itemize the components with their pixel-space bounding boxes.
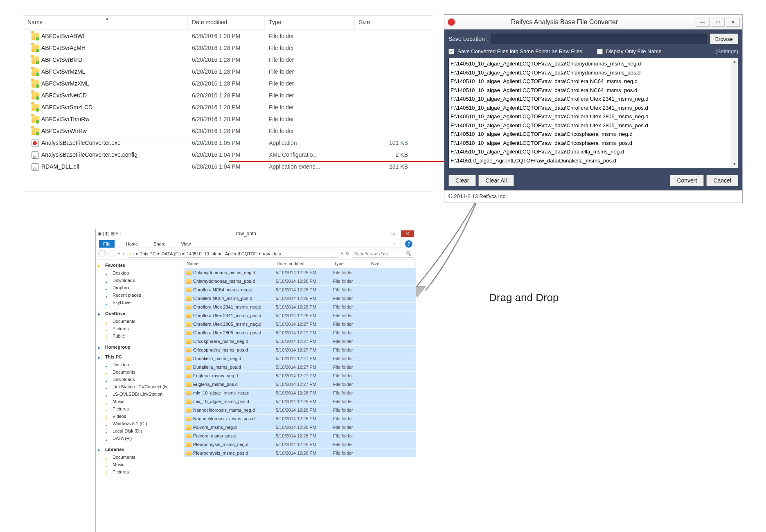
crumb-part[interactable]: 140510_10_algae_AgilentLCQTOF	[187, 251, 257, 256]
sidebar-item[interactable]: ▪Documents	[106, 453, 181, 461]
explorer-row[interactable]: Dunaliella_msms_pos.d 5/10/2014 12:27 PM…	[184, 363, 416, 372]
file-row[interactable]: ABFCvtSvrThmRw 6/20/2016 1:28 PM File fo…	[23, 113, 433, 125]
explorer-row[interactable]: Palvora_msms_pos.d 5/10/2014 12:28 PM Fi…	[184, 432, 416, 440]
file-row[interactable]: ABFCvtSvrBkrD 6/20/2016 1:28 PM File fol…	[23, 54, 433, 66]
explorer-row[interactable]: Euglena_msms_neg.d 5/10/2014 12:27 PM Fi…	[184, 372, 416, 380]
win-close[interactable]: ✕	[401, 230, 414, 237]
drop-list-item[interactable]: F:\140510_10_algae_AgilentLCQTOF\raw_dat…	[451, 68, 737, 77]
close-button[interactable]: ✕	[726, 18, 740, 27]
sidebar-item[interactable]: ▪Dropbox	[106, 284, 181, 291]
explorer-row[interactable]: Cricosphaera_msms_neg.d 5/10/2014 12:27 …	[184, 337, 416, 346]
explorer-row[interactable]: mix_10_algae_msms_pos.d 5/10/2014 12:28 …	[184, 397, 416, 406]
sidebar-item[interactable]: ▪LS-QVLSDB: LinkStation	[106, 390, 181, 398]
file-rows[interactable]: Chlamydomonas_msms_neg.d 5/10/2014 12:26…	[184, 268, 416, 458]
sidebar-group[interactable]: ▸Homegroup	[98, 345, 181, 349]
sidebar-item[interactable]: ▪Windows 8.1 (C:)	[106, 420, 181, 427]
explorer-row[interactable]: Dunaliella_msms_neg.d 5/10/2014 12:27 PM…	[184, 354, 416, 363]
scrollbar[interactable]: ▲▼	[731, 58, 738, 168]
file-row[interactable]: ABFCvtSvrABWf 6/20/2016 1:28 PM File fol…	[23, 30, 433, 42]
col-type[interactable]: Type	[331, 259, 368, 268]
drop-list-item[interactable]: F:\140510_10_algae_AgilentLCQTOF\raw_dat…	[451, 112, 737, 121]
win-maximize[interactable]: ▭	[386, 230, 399, 237]
sidebar-item[interactable]: ▪Documents	[106, 368, 181, 376]
explorer-row[interactable]: Chlamydomonas_msms_pos.d 5/10/2014 12:26…	[184, 277, 416, 286]
same-folder-checkbox[interactable]: ✓	[448, 49, 454, 54]
explorer-row[interactable]: Chrollera NC64_msms_neg.d 5/10/2014 12:2…	[184, 286, 416, 294]
sidebar-item[interactable]: ▪Downloads	[106, 376, 181, 383]
sidebar-item[interactable]: ▪Desktop	[106, 361, 181, 368]
display-filename-checkbox[interactable]	[597, 49, 603, 54]
sidebar-item[interactable]: ▪Local Disk (D:)	[106, 427, 181, 435]
tab-home[interactable]: Home	[122, 240, 142, 248]
sidebar-item[interactable]: ▪Music	[106, 461, 181, 468]
col-size[interactable]: Size	[355, 16, 424, 29]
explorer-row[interactable]: Cricosphaera_msms_pos.d 5/10/2014 12:27 …	[184, 346, 416, 354]
col-date[interactable]: Date modified	[188, 16, 265, 29]
sidebar-item[interactable]: ▪LinkStation : PVConnect (ls	[106, 383, 181, 390]
sidebar-item[interactable]: ▪Pictures	[106, 405, 181, 413]
explorer-row[interactable]: Nannochloropsis_msms_pos.d 5/10/2014 12:…	[184, 415, 416, 423]
col-type[interactable]: Type	[265, 16, 355, 29]
file-row[interactable]: ABFCvtSvrSmzLCD 6/20/2016 1:28 PM File f…	[23, 101, 433, 113]
tab-share[interactable]: Share	[149, 240, 169, 248]
dialog-titlebar[interactable]: Reifycs Analysis Base File Converter — ▭…	[444, 15, 742, 29]
col-size[interactable]: Size	[368, 259, 416, 268]
file-row[interactable]: ABFCvtSvrWtrRw 6/20/2016 1:28 PM File fo…	[23, 125, 433, 137]
explorer-row[interactable]: Pleurochrysis_msms_neg.d 5/10/2014 12:28…	[184, 440, 416, 449]
sidebar-group[interactable]: ▸Libraries	[98, 447, 181, 452]
sidebar-item[interactable]: ▪Public	[106, 332, 181, 340]
file-row[interactable]: AnalysisBaseFileConverter.exe.config 6/2…	[23, 149, 433, 161]
minimize-button[interactable]: —	[696, 18, 710, 27]
drop-list-item[interactable]: F:\140510_10_algae_AgilentLCQTOF\raw_dat…	[451, 121, 737, 130]
explorer-row[interactable]: Chrollera Utex 2341_msms_pos.d 5/10/2014…	[184, 311, 416, 320]
drop-list-item[interactable]: F:\140510_10_algae_AgilentLCQTOF\raw_dat…	[451, 104, 737, 113]
drop-list-item[interactable]: F:\140510_10_algae_AgilentLCQTOF\raw_dat…	[451, 59, 737, 68]
sidebar-item[interactable]: ▪Videos	[106, 413, 181, 420]
refresh-icon[interactable]: ↻	[346, 251, 349, 256]
file-row[interactable]: ABFCvtSvrMzXML 6/20/2016 1:28 PM File fo…	[23, 78, 433, 90]
drop-list-item[interactable]: F:\140510_10_algae_AgilentLCQTOF\raw_dat…	[451, 86, 737, 95]
col-name[interactable]: Name▲	[23, 16, 188, 29]
clear-button[interactable]: Clear	[448, 175, 476, 186]
drop-list-item[interactable]: F:\140510_10_algae_AgilentLCQTOF\raw_dat…	[451, 95, 737, 104]
save-location-input[interactable]	[491, 34, 707, 44]
window-titlebar[interactable]: ▣ | ◧ ▤ ▾ | raw_data — ▭ ✕	[96, 229, 416, 238]
crumb-part[interactable]: This PC	[140, 251, 156, 256]
drop-list-item[interactable]: F:\140510_10_algae_AgilentLCQTOF\raw_dat…	[451, 147, 737, 156]
clear-all-button[interactable]: Clear All	[478, 175, 514, 186]
nav-back[interactable]: ←	[98, 250, 106, 257]
convert-button[interactable]: Convert	[670, 175, 704, 186]
explorer-row[interactable]: Chrollera Utex 2341_msms_neg.d 5/10/2014…	[184, 303, 416, 311]
browse-button[interactable]: Browse	[710, 34, 738, 44]
drop-list-item[interactable]: F:\140510_10_algae_AgilentLCQTOF\raw_dat…	[451, 77, 737, 86]
explorer-row[interactable]: Chrollera Utex 2805_msms_neg.d 5/10/2014…	[184, 320, 416, 329]
explorer-row[interactable]: Euglena_msms_pos.d 5/10/2014 12:27 PM Fi…	[184, 380, 416, 389]
nav-history[interactable]: ▾	[118, 251, 120, 256]
drop-list-item[interactable]: F:\140510_10_algae_AgilentLCQTOF\raw_dat…	[451, 130, 737, 139]
explorer-row[interactable]: Pleurochrysis_msms_pos.d 5/10/2014 12:28…	[184, 449, 416, 458]
sidebar-item[interactable]: ▪SkyDrive	[106, 299, 181, 306]
nav-up[interactable]: ↑	[123, 251, 125, 256]
qat-icons[interactable]: ▣ | ◧ ▤ ▾ |	[97, 231, 121, 236]
maximize-button[interactable]: ▭	[711, 18, 725, 27]
file-row[interactable]: RDAM_DLL.dll 6/20/2016 1:04 PM Applicati…	[23, 161, 433, 173]
tab-view[interactable]: View	[177, 240, 195, 248]
sidebar-item[interactable]: ▪Pictures	[106, 325, 181, 332]
cancel-button[interactable]: Cancel	[706, 175, 738, 186]
help-icon[interactable]: ?	[405, 240, 412, 248]
sidebar-item[interactable]: ▪Documents	[106, 318, 181, 325]
explorer-row[interactable]: mix_10_algae_msms_neg.d 5/10/2014 12:28 …	[184, 389, 416, 397]
explorer-row[interactable]: Nannochloropsis_msms_neg.d 5/10/2014 12:…	[184, 406, 416, 415]
sidebar-item[interactable]: ▪Desktop	[106, 269, 181, 277]
sidebar-item[interactable]: ▪DATA (F:)	[106, 435, 181, 442]
file-row[interactable]: ABFCvtSvrAgMH 6/20/2016 1:28 PM File fol…	[23, 42, 433, 54]
settings-link[interactable]: (Settings)	[715, 48, 738, 54]
explorer-row[interactable]: Chrollera Utex 2805_msms_pos.d 5/10/2014…	[184, 329, 416, 337]
sidebar-group[interactable]: ▸This PC	[98, 354, 181, 359]
sidebar-group[interactable]: ▸Favorites	[98, 263, 181, 268]
crumb-part[interactable]: raw_data	[263, 251, 281, 256]
search-box[interactable]: Search raw_data🔍	[352, 250, 413, 258]
win-minimize[interactable]: —	[372, 230, 385, 237]
explorer-row[interactable]: Palvora_msms_neg.d 5/10/2014 12:28 PM Fi…	[184, 423, 416, 432]
file-row[interactable]: ABFCvtSvrNetCD 6/20/2016 1:28 PM File fo…	[23, 90, 433, 101]
